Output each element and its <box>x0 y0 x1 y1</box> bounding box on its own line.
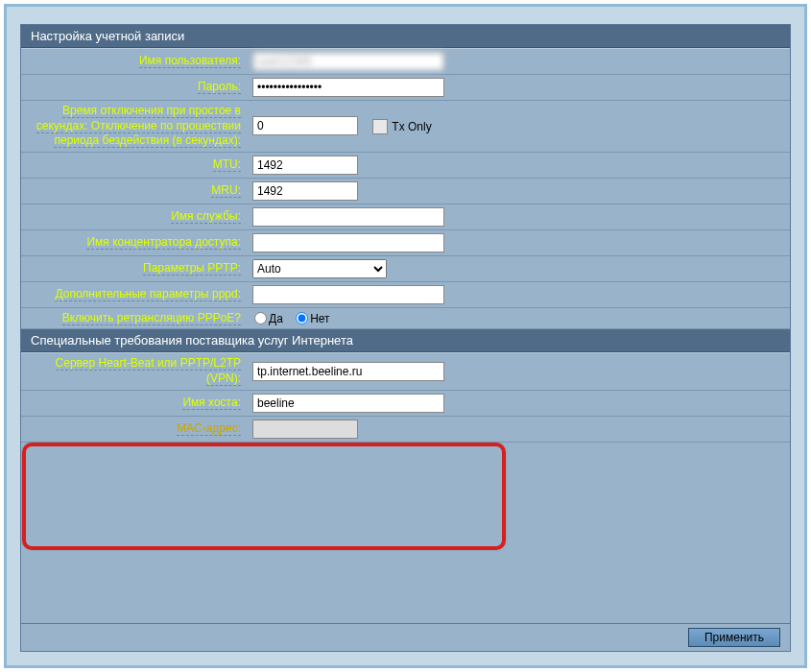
label-pppd-extra: Дополнительные параметры pppd: <box>21 281 247 307</box>
label-mtu: MTU: <box>21 152 247 178</box>
select-pptp[interactable]: Auto <box>252 259 387 278</box>
footer-bar: Применить <box>21 623 790 651</box>
input-service-name[interactable] <box>252 207 444 227</box>
label-mac-address: MAC-адрес: <box>21 416 247 442</box>
input-mtu[interactable] <box>252 156 358 175</box>
apply-button[interactable]: Применить <box>688 628 780 647</box>
input-heartbeat-server[interactable] <box>252 362 444 381</box>
label-heartbeat: Сервер Heart-Beat или PPTP/L2TP (VPN): <box>21 353 247 390</box>
label-txonly: Tx Only <box>392 120 431 133</box>
input-pppd-extra[interactable] <box>252 285 444 304</box>
label-pptp-params: Параметры PPTP: <box>21 255 247 281</box>
label-hostname: Имя хоста: <box>21 390 247 416</box>
label-relay-yes: Да <box>269 312 283 325</box>
label-password: Пароль: <box>21 75 247 101</box>
label-pppoe-relay: Включить ретрансляцию PPPoE? <box>21 307 247 329</box>
input-idle-seconds[interactable] <box>252 116 358 135</box>
input-ac-name[interactable] <box>252 233 444 252</box>
label-relay-no: Нет <box>310 312 329 325</box>
radio-relay-no[interactable] <box>296 312 308 324</box>
label-ac-name: Имя концентратора доступа: <box>21 229 247 255</box>
label-mru: MRU: <box>21 178 247 204</box>
label-username: Имя пользователя: <box>21 49 247 75</box>
input-username[interactable] <box>252 52 444 71</box>
isp-form: Сервер Heart-Beat или PPTP/L2TP (VPN): И… <box>21 352 790 442</box>
label-idle-disconnect: Время отключения при простое в секундах:… <box>21 101 247 153</box>
input-mru[interactable] <box>252 181 358 201</box>
input-password[interactable] <box>252 78 444 97</box>
radio-relay-yes[interactable] <box>254 312 267 324</box>
section-header-isp: Специальные требования поставщика услуг … <box>21 329 790 352</box>
input-hostname[interactable] <box>252 394 444 413</box>
account-form: Имя пользователя: Пароль: Время отключен… <box>21 48 790 329</box>
section-header-account: Настройка учетной записи <box>21 25 790 48</box>
input-mac-address[interactable] <box>252 420 358 439</box>
label-service-name: Имя службы: <box>21 204 247 229</box>
checkbox-txonly[interactable] <box>372 119 388 134</box>
